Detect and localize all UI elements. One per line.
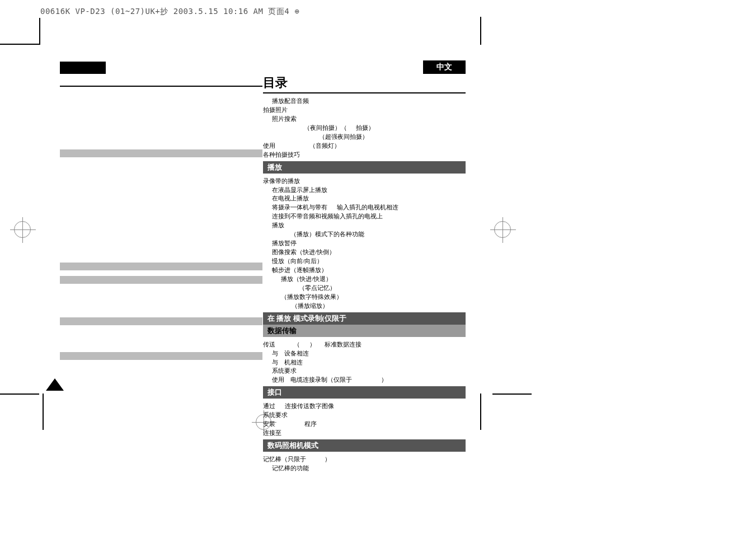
toc-item: 系统要求 [263, 367, 466, 376]
toc-item: 传送 （ ） 标准数据连接 [263, 340, 466, 349]
toc-item: 慢放（向前/向后） [263, 257, 466, 266]
toc-item: 各种拍摄技巧 [263, 151, 466, 160]
toc-item: 连接到不带音频和视频输入插孔的电视上 [263, 212, 466, 221]
toc-block: 传送 （ ） 标准数据连接与 设备相连与 机相连系统要求使用 电缆连接录制（仅限… [263, 337, 466, 387]
toc-item: 与 设备相连 [263, 349, 466, 358]
toc-item: 记忆棒（只限于 ） [263, 455, 466, 464]
toc-item: 录像带的播放 [263, 177, 466, 186]
page-header-metadata: 00616K VP-D23 (01~27)UK+抄 2003.5.15 10:1… [40, 7, 299, 17]
language-badge: 中文 [423, 60, 466, 74]
toc-item: 在电视上播放 [263, 194, 466, 203]
toc-item: 图像搜索（快进/快倒） [263, 248, 466, 257]
section-header: 数据传输 [263, 325, 466, 337]
toc-item: 帧步进（逐帧播放） [263, 266, 466, 275]
toc-item: （超强夜间拍摄） [263, 133, 466, 142]
crop-mark-top-left [0, 44, 39, 60]
intro-block: 播放配音音频拍摄照片照片搜索 （夜间拍摄）（ 拍摄） （超强夜间拍摄）使用 （音… [263, 93, 466, 161]
toc-item: （播放）模式下的各种功能 [263, 230, 466, 239]
toc-block: 通过 连接传送数字图像系统要求安装 程序连接至 [263, 399, 466, 439]
crop-mark-top-right-vertical [480, 17, 481, 45]
toc-block: 录像带的播放在液晶显示屏上播放在电视上播放将摄录一体机与带有 输入插孔的电视机相… [263, 174, 466, 312]
toc-item: 记忆棒的功能 [263, 464, 466, 473]
left-section-bar [60, 149, 262, 157]
toc-item: 播放 [263, 221, 466, 230]
toc-item: 与 机相连 [263, 358, 466, 367]
toc-item: 安装 程序 [263, 420, 466, 429]
toc-item: （播放数字特殊效果） [263, 293, 466, 302]
toc-item: 照片搜索 [263, 115, 466, 124]
registration-icon: ⊕ [294, 7, 299, 16]
left-section-bar [60, 317, 262, 325]
left-section-bar [60, 276, 262, 284]
color-swatch-black [60, 62, 106, 74]
header-text: 00616K VP-D23 (01~27)UK+抄 2003.5.15 10:1… [40, 7, 289, 16]
toc-item: （零点记忆） [263, 284, 466, 293]
section-header: 接口 [263, 386, 466, 399]
toc-item: 播放配音音频 [263, 97, 466, 106]
crop-mark-right-horizontal [492, 394, 532, 395]
toc-block: 记忆棒（只限于 ）记忆棒的功能 [263, 452, 466, 475]
section-header: 数码照相机模式 [263, 439, 466, 452]
left-section-bar [60, 352, 262, 360]
toc-item: （夜间拍摄）（ 拍摄） [263, 124, 466, 133]
toc-item: 拍摄照片 [263, 106, 466, 115]
toc-item: 将摄录一体机与带有 输入插孔的电视机相连 [263, 203, 466, 212]
left-column-placeholder [60, 86, 262, 360]
crop-mark-bottom-right-vertical [480, 394, 481, 430]
registration-mark-left-icon [14, 221, 31, 238]
left-section-bar [60, 263, 262, 270]
section-header: 在 播放 模式录制(仅限于 [263, 312, 466, 325]
section-header: 播放 [263, 161, 466, 174]
toc-item: 连接至 [263, 429, 466, 438]
toc-title: 目录 [263, 74, 466, 92]
crop-mark-bottom-left-horizontal [0, 394, 39, 395]
toc-item: 在液晶显示屏上播放 [263, 186, 466, 195]
toc-item: 播放（快进/快退） [263, 275, 466, 284]
toc-item: （播放缩放） [263, 302, 466, 311]
toc-item: 通过 连接传送数字图像 [263, 402, 466, 411]
crop-mark-bottom-left-vertical [43, 394, 44, 430]
toc-item: 播放暂停 [263, 239, 466, 248]
toc-item: 系统要求 [263, 411, 466, 420]
toc-item: 使用 （音频灯） [263, 142, 466, 151]
toc-item: 使用 电缆连接录制（仅限于 ） [263, 376, 466, 385]
right-column-toc: 中文 目录 播放配音音频拍摄照片照片搜索 （夜间拍摄）（ 拍摄） （超强夜间拍摄… [263, 60, 466, 475]
page-indicator-triangle-icon [46, 378, 64, 391]
registration-mark-right-icon [494, 221, 511, 238]
